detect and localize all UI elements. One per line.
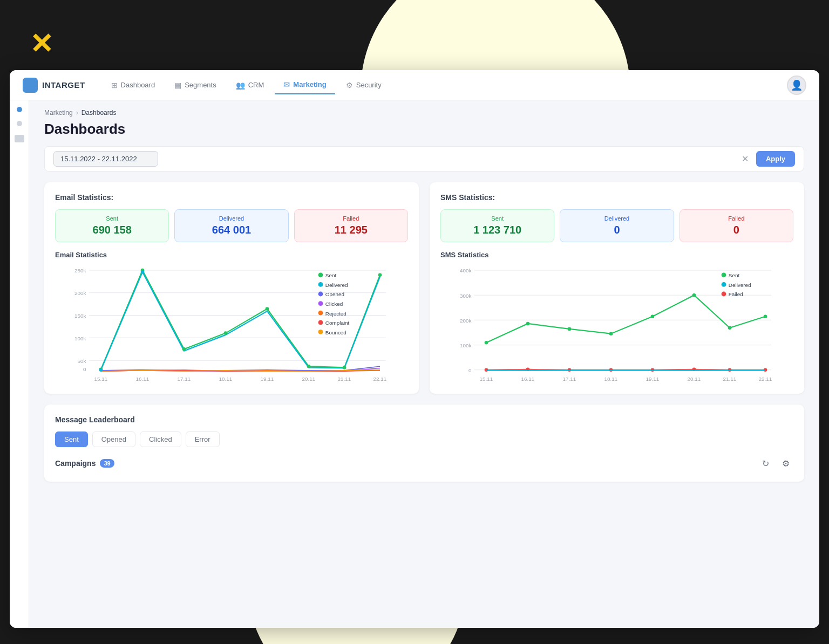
svg-point-65 <box>651 315 655 319</box>
nav-item-crm[interactable]: 👥 CRM <box>227 77 273 94</box>
email-stats-section: Email Statistics: Sent 690 158 Delivered… <box>44 182 419 394</box>
email-chart-svg: 250k 200k 150k 100k 50k 0 15.11 16.11 17… <box>55 264 408 383</box>
sms-stats-title: SMS Statistics: <box>440 193 793 202</box>
nav-items: ⊞ Dashboard ▤ Segments 👥 CRM ✉ Marketing… <box>103 76 787 94</box>
svg-text:18.11: 18.11 <box>604 376 618 382</box>
svg-text:18.11: 18.11 <box>219 376 233 382</box>
clear-filter-button[interactable]: ✕ <box>739 153 752 166</box>
left-sidebar <box>10 100 29 628</box>
svg-point-63 <box>568 327 572 331</box>
svg-text:Delivered: Delivered <box>729 282 751 288</box>
svg-text:Bounced: Bounced <box>325 330 346 335</box>
sms-sent-card: Sent 1 123 710 <box>440 209 554 242</box>
email-sent-card: Sent 690 158 <box>55 209 169 242</box>
svg-text:400k: 400k <box>460 268 472 273</box>
nav-item-security[interactable]: ⚙ Security <box>337 77 390 94</box>
svg-text:Sent: Sent <box>729 272 740 278</box>
svg-text:50k: 50k <box>78 358 86 364</box>
svg-text:16.11: 16.11 <box>136 376 150 382</box>
sms-delivered-value: 0 <box>568 224 665 236</box>
tab-sent[interactable]: Sent <box>55 431 88 447</box>
settings-button[interactable]: ⚙ <box>778 456 793 471</box>
email-chart-title: Email Statistics <box>55 251 408 259</box>
svg-point-62 <box>526 322 530 326</box>
svg-text:15.11: 15.11 <box>94 376 108 382</box>
svg-point-33 <box>318 292 323 297</box>
svg-point-25 <box>343 366 346 369</box>
svg-point-37 <box>318 311 323 316</box>
logo-icon <box>23 78 38 93</box>
avatar-icon: 👤 <box>791 79 803 91</box>
sidebar-indicator-2 <box>17 121 22 126</box>
svg-point-41 <box>318 330 323 334</box>
nav-label-segments: Segments <box>185 81 216 89</box>
svg-text:17.11: 17.11 <box>563 376 576 382</box>
svg-text:0: 0 <box>468 367 472 373</box>
sidebar-indicator-1 <box>17 107 22 112</box>
yellow-x-icon: ✕ <box>30 30 53 58</box>
campaigns-title-group: Campaigns 39 <box>55 459 114 468</box>
svg-point-29 <box>318 272 323 277</box>
svg-text:22.11: 22.11 <box>373 376 387 382</box>
svg-text:150k: 150k <box>74 313 86 319</box>
svg-point-39 <box>318 320 323 325</box>
logo-text: INTARGET <box>42 80 85 90</box>
security-icon: ⚙ <box>346 81 353 90</box>
dashboard-icon: ⊞ <box>111 81 118 90</box>
svg-text:Failed: Failed <box>729 291 743 297</box>
logo[interactable]: INTARGET <box>23 78 85 93</box>
campaigns-actions: ↻ ⚙ <box>758 456 793 471</box>
svg-text:22.11: 22.11 <box>759 376 772 382</box>
svg-text:0: 0 <box>83 366 86 372</box>
tab-opened[interactable]: Opened <box>92 431 135 447</box>
email-sent-value: 690 158 <box>63 224 161 236</box>
leaderboard-title: Message Leaderboard <box>55 415 793 424</box>
tab-clicked[interactable]: Clicked <box>140 431 181 447</box>
svg-text:19.11: 19.11 <box>261 376 274 382</box>
sms-sent-value: 1 123 710 <box>449 224 546 236</box>
email-delivered-label: Delivered <box>182 215 280 222</box>
svg-text:Rejected: Rejected <box>325 311 346 317</box>
svg-text:19.11: 19.11 <box>646 376 660 382</box>
breadcrumb-current: Dashboards <box>81 109 117 117</box>
svg-text:Delivered: Delivered <box>325 282 348 288</box>
leaderboard-section: Message Leaderboard Sent Opened Clicked … <box>44 405 804 482</box>
nav-item-segments[interactable]: ▤ Segments <box>166 77 225 94</box>
breadcrumb-parent[interactable]: Marketing <box>44 109 73 117</box>
date-range-input[interactable] <box>53 151 158 167</box>
svg-text:17.11: 17.11 <box>178 376 191 382</box>
nav-label-crm: CRM <box>248 81 264 89</box>
svg-text:Complaint: Complaint <box>325 320 350 326</box>
layout-body: Marketing › Dashboards Dashboards ✕ Appl… <box>10 100 819 628</box>
svg-point-64 <box>609 332 613 335</box>
svg-point-61 <box>485 341 488 345</box>
nav-label-security: Security <box>356 81 382 89</box>
svg-point-23 <box>266 307 269 311</box>
page-title: Dashboards <box>44 121 804 138</box>
avatar-button[interactable]: 👤 <box>787 76 806 95</box>
svg-point-79 <box>722 282 726 287</box>
svg-point-35 <box>318 301 323 306</box>
svg-text:200k: 200k <box>74 290 86 296</box>
svg-text:300k: 300k <box>460 293 472 299</box>
sms-failed-value: 0 <box>688 224 785 236</box>
email-stats-title: Email Statistics: <box>55 193 408 202</box>
svg-point-24 <box>307 365 311 368</box>
nav-item-marketing[interactable]: ✉ Marketing <box>275 76 335 94</box>
svg-point-26 <box>378 273 382 277</box>
email-delivered-card: Delivered 664 001 <box>174 209 288 242</box>
campaigns-badge: 39 <box>100 459 114 468</box>
svg-text:100k: 100k <box>74 335 86 341</box>
svg-text:20.11: 20.11 <box>302 376 316 382</box>
apply-button[interactable]: Apply <box>756 151 795 167</box>
tab-error[interactable]: Error <box>186 431 220 447</box>
sidebar-icon-list <box>15 135 24 142</box>
svg-point-66 <box>692 293 696 297</box>
refresh-button[interactable]: ↻ <box>758 456 773 471</box>
svg-text:Opened: Opened <box>325 291 344 297</box>
svg-text:15.11: 15.11 <box>480 376 493 382</box>
nav-label-marketing: Marketing <box>293 80 326 88</box>
sms-chart: 400k 300k 200k 100k 0 15.11 16.11 17.11 … <box>440 264 793 383</box>
navbar: INTARGET ⊞ Dashboard ▤ Segments 👥 CRM ✉ … <box>10 70 819 100</box>
nav-item-dashboard[interactable]: ⊞ Dashboard <box>103 77 164 94</box>
